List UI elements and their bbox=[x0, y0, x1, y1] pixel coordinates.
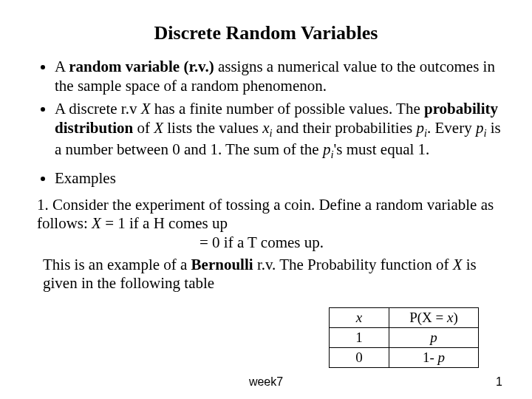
var-x: X bbox=[453, 256, 463, 273]
var-x: x bbox=[356, 310, 362, 325]
cell-x: 0 bbox=[330, 348, 389, 368]
cell-prob: 1- p bbox=[389, 348, 479, 368]
text: . Every bbox=[427, 119, 476, 137]
term-bernoulli: Bernoulli bbox=[191, 256, 253, 273]
text: 1- bbox=[423, 349, 438, 365]
term-random-variable: random variable (r.v.) bbox=[69, 58, 214, 75]
text: 's must equal 1. bbox=[334, 140, 430, 158]
var-x: X bbox=[154, 119, 163, 137]
var-p: p bbox=[438, 349, 446, 365]
cell-x: 1 bbox=[330, 328, 389, 348]
var-pi: p bbox=[416, 119, 424, 137]
bullet-2: A discrete r.v X has a finite number of … bbox=[55, 100, 502, 162]
var-x: X bbox=[92, 214, 101, 232]
col-prob: P(X = x) bbox=[389, 308, 479, 328]
text: r.v. The Probability function of bbox=[253, 256, 453, 273]
example-1-line2: = 0 if a T comes up. bbox=[200, 233, 502, 253]
example-1-line1: 1. Consider the experiment of tossing a … bbox=[37, 196, 502, 233]
bullet-3: Examples bbox=[55, 169, 502, 188]
table-row: 1 p bbox=[330, 328, 479, 348]
text: of bbox=[133, 119, 154, 137]
text: = 1 if a H comes up bbox=[101, 214, 228, 232]
var-pi: p bbox=[323, 140, 331, 158]
bullet-1: A random variable (r.v.) assigns a numer… bbox=[55, 58, 502, 95]
text: A bbox=[55, 58, 69, 75]
footer-label: week7 bbox=[0, 375, 532, 389]
text: ) bbox=[453, 310, 457, 325]
slide: Discrete Random Variables A random varia… bbox=[0, 0, 532, 293]
var-p: p bbox=[430, 330, 437, 345]
cell-prob: p bbox=[389, 328, 479, 348]
example-1-line3: This is an example of a Bernoulli r.v. T… bbox=[43, 256, 502, 293]
bullet-list: A random variable (r.v.) assigns a numer… bbox=[30, 58, 502, 188]
text: and their probabilities bbox=[273, 119, 417, 137]
text: lists the values bbox=[163, 119, 262, 137]
col-x: x bbox=[330, 308, 389, 328]
var-x: X bbox=[141, 100, 151, 117]
text: A discrete r.v bbox=[55, 100, 141, 117]
footer-page-number: 1 bbox=[496, 375, 502, 389]
slide-title: Discrete Random Variables bbox=[30, 22, 502, 44]
var-xi: x bbox=[262, 119, 269, 137]
text: has a finite number of possible values. … bbox=[150, 100, 424, 117]
table-header-row: x P(X = x) bbox=[330, 308, 479, 328]
text: P(X = bbox=[409, 310, 447, 325]
var-pi: p bbox=[476, 119, 484, 137]
table-row: 0 1- p bbox=[330, 348, 479, 368]
text: This is an example of a bbox=[43, 256, 191, 273]
probability-table: x P(X = x) 1 p 0 1- p bbox=[329, 307, 479, 368]
